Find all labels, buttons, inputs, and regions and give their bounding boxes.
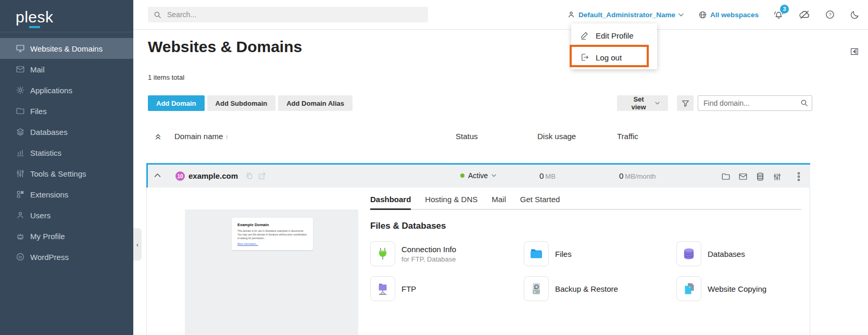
plesk-app: plesk Websites & Domains Mail Applicatio… [0,0,868,335]
sidebar-item-applications[interactable]: Applications [0,80,133,101]
tool-sublabel: for FTP, Database [401,255,456,263]
collapse-row-icon[interactable] [154,173,161,178]
sidebar-item-label: Tools & Settings [30,169,86,178]
tab-hosting-dns[interactable]: Hosting & DNS [425,195,477,210]
tool-text: Connection Info for FTP, Database [401,245,456,263]
find-domain [698,95,812,111]
column-domain-name[interactable]: Domain name↑ [174,132,229,141]
user-dropdown-menu: Edit Profile Log out [571,23,657,69]
add-domain-alias-button[interactable]: Add Domain Alias [278,95,353,111]
notifications-bell[interactable]: 3 [773,9,784,20]
user-account-menu-trigger[interactable]: Default_Administrator_Name [567,10,684,19]
domain-table-header: Domain name↑ Status Disk usage Traffic [133,132,868,145]
search-icon[interactable] [800,98,809,107]
sidebar-item-users[interactable]: Users [0,205,133,226]
sidebar-item-databases[interactable]: Databases [0,121,133,142]
preview-body: This domain is for use in illustrative e… [237,229,307,241]
database-icon[interactable] [756,172,765,181]
collapse-all-icon[interactable] [154,132,162,140]
files-icon[interactable] [721,172,731,181]
sidebar-item-label: Files [30,107,47,116]
filter-button[interactable] [677,95,694,111]
right-panel-collapse-icon[interactable] [850,47,859,56]
wordpress-icon: W [16,252,25,262]
open-in-new-icon[interactable] [258,172,266,180]
log-out-label: Log out [596,53,622,62]
svg-text:W: W [19,255,22,259]
mail-icon[interactable] [738,172,748,181]
tool-website-copying[interactable]: Website Copying [676,276,801,301]
edit-profile-menu-item[interactable]: Edit Profile [571,24,657,46]
find-domain-input[interactable] [698,95,812,111]
plesk-logo: plesk [0,0,133,32]
sidebar-item-extensions[interactable]: Extensions [0,184,133,205]
sidebar-collapse-handle[interactable]: ‹ [133,228,142,260]
sort-ascending-icon: ↑ [225,133,229,141]
add-domain-button[interactable]: Add Domain [148,95,205,111]
log-out-menu-item[interactable]: Log out [571,46,657,68]
copy-icon[interactable] [245,172,254,180]
edit-profile-label: Edit Profile [596,31,634,40]
status-active-dot [460,173,464,178]
dark-mode-toggle[interactable] [850,10,860,20]
settings-sliders-icon[interactable] [773,172,782,181]
ftp-folder-icon [370,276,395,301]
site-preview-thumbnail[interactable]: Example Domain This domain is for use in… [185,209,358,335]
tab-get-started[interactable]: Get Started [520,195,560,210]
column-disk-usage[interactable]: Disk usage [537,132,576,141]
column-traffic[interactable]: Traffic [617,132,638,141]
traffic-unit: MB/month [625,172,656,180]
column-label: Domain name [174,132,223,141]
sidebar-item-label: Databases [30,128,68,137]
sidebar-item-label: Statistics [30,148,61,157]
blocks-icon [16,190,25,199]
question-circle-icon: ? [825,9,835,20]
set-view-button[interactable]: Set view [617,95,668,111]
sidebar-item-label: Users [30,211,51,220]
backup-server-icon [524,276,549,301]
column-status[interactable]: Status [456,132,478,141]
user-name: Default_Administrator_Name [578,11,675,19]
domain-tabs: Dashboard Hosting & DNS Mail Get Started [370,195,801,210]
moon-icon [850,10,860,20]
tool-files[interactable]: Files [524,241,676,266]
set-view-label: Set view [625,95,652,111]
sidebar-item-wordpress[interactable]: W WordPress [0,246,133,267]
action-buttons: Add Domain Add Subdomain Add Domain Alia… [148,95,353,111]
domain-name-link[interactable]: example.com [188,171,238,180]
sidebar-item-label: Mail [30,65,45,74]
section-title: Files & Databases [370,221,801,231]
tool-backup-restore[interactable]: Backup & Restore [524,276,676,301]
sidebar-item-mail[interactable]: Mail [0,59,133,80]
help-button[interactable]: ? [825,9,835,20]
sidebar-item-files[interactable]: Files [0,101,133,121]
status-label: Active [468,171,488,180]
plesk-logo-text: plesk [16,8,54,26]
sidebar-item-statistics[interactable]: Statistics [0,142,133,163]
add-subdomain-button[interactable]: Add Subdomain [207,95,276,111]
domain-row: 10 example.com Active 0MB 0MB/month [146,165,810,188]
cloud-status-button[interactable] [799,9,810,20]
all-webspaces-link[interactable]: All webspaces [698,10,759,19]
status-dropdown[interactable]: Active [460,171,496,180]
sidebar-item-my-profile[interactable]: My Profile [0,226,133,246]
tool-label: Connection Info [401,245,456,254]
logout-icon [580,53,589,62]
traffic-number: 0 [619,171,623,180]
tab-mail[interactable]: Mail [492,195,506,210]
tool-databases[interactable]: Databases [676,241,801,266]
kebab-menu-icon[interactable] [797,171,801,182]
sidebar-item-websites-domains[interactable]: Websites & Domains [0,38,133,59]
sidebar-item-tools-settings[interactable]: Tools & Settings [0,163,133,184]
traffic-value: 0MB/month [619,171,656,180]
search-icon [153,10,162,19]
tab-dashboard[interactable]: Dashboard [370,195,411,210]
topbar: Default_Administrator_Name All webspaces… [133,0,868,30]
tool-connection-info[interactable]: Connection Info for FTP, Database [370,241,524,266]
tool-ftp[interactable]: FTP [370,276,524,301]
all-webspaces-label: All webspaces [710,11,759,19]
notification-count-badge: 3 [780,5,789,14]
svg-text:?: ? [828,12,831,17]
search-input[interactable] [166,10,423,19]
chevron-down-icon [492,174,496,177]
